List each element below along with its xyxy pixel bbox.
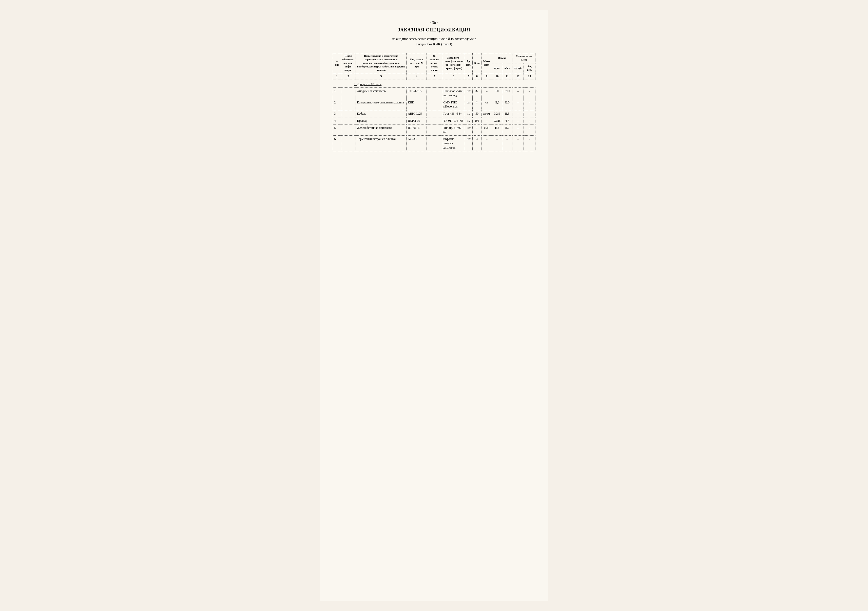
item-6-cost-unit: – — [512, 136, 524, 151]
item-5-qty: I — [473, 124, 481, 136]
item-5-unit: шт — [465, 124, 473, 136]
header-col-width: Шифр общесекц- ной клас- сифи- кации. — [341, 53, 356, 73]
item-5-type: ПТ–06–3 — [406, 124, 427, 136]
item-6-material: – — [481, 136, 492, 151]
item-1-material: – — [481, 87, 492, 99]
header-weight-total: общ. — [502, 63, 512, 73]
item-4-qty: I80 — [473, 117, 481, 124]
num-11: 11 — [502, 73, 512, 80]
table-row-5: 5. Железобетонная приставка ПТ–06–3 Тип.… — [333, 124, 535, 136]
item-3-cost-unit: – — [512, 110, 524, 117]
item-2-material: ст — [481, 99, 492, 110]
table-row-1: 1. Анодный заземлитель ЗКИ–I2КА Вильнюо-… — [333, 87, 535, 99]
num-5: 5 — [427, 73, 442, 80]
item-4-cost-unit: – — [512, 117, 524, 124]
header-col-factory: Завод изго- товит. (для импо- рт- ного о… — [442, 53, 465, 73]
num-7: 7 — [465, 73, 473, 80]
table-numbering-row: 1 2 3 4 5 6 7 8 9 10 11 12 13 — [333, 73, 535, 80]
item-4-unit: нм — [465, 117, 473, 124]
item-1-cost-total: – — [524, 87, 535, 99]
item-6-type: АС–35 — [406, 136, 427, 151]
header-weight-unit: един. — [492, 63, 502, 73]
item-3-num: 3. — [333, 110, 341, 117]
item-2-num: 2. — [333, 99, 341, 110]
table-row-3: 3. Кабель АВРГ Iх25 Гост 433–-58* нм 50 … — [333, 110, 535, 117]
item-1-posnum — [427, 87, 442, 99]
header-col-unit: Ед. нал. — [465, 53, 473, 73]
table-row-2: 2. Контрольно-измерительная колонна КИК … — [333, 99, 535, 110]
item-3-unit: нм — [465, 110, 473, 117]
item-2-cost-unit: – — [512, 99, 524, 110]
item-2-type: КИК — [406, 99, 427, 110]
item-3-qty: 50 — [473, 110, 481, 117]
item-3-posnum — [427, 110, 442, 117]
num-10: 10 — [492, 73, 502, 80]
header-cost-total: общ. руб. — [524, 63, 535, 73]
item-6-cost-total: – — [524, 136, 535, 151]
item-1-name: Анодный заземлитель — [356, 87, 406, 99]
header-cost-unit: ед. руб. — [512, 63, 524, 73]
item-6-width — [341, 136, 356, 151]
item-2-weight-total: I2,3 — [502, 99, 512, 110]
item-1-factory: Вильнюо-ский ав. нех.э-д — [442, 87, 465, 99]
header-col-cost: Стоимость по смете — [512, 53, 535, 64]
item-5-posnum — [427, 124, 442, 136]
item-2-qty: I — [473, 99, 481, 110]
item-5-factory: Тип.пр. 3–407–67 — [442, 124, 465, 136]
item-3-cost-total: – — [524, 110, 535, 117]
num-12: 12 — [512, 73, 524, 80]
header-col-type: Тип, марка, кате- лог, № черт. — [406, 53, 427, 73]
num-2: 2 — [341, 73, 356, 80]
item-4-posnum — [427, 117, 442, 124]
item-6-name: Термитный патрон со оличкой — [356, 136, 406, 151]
item-2-name: Контрольно-измерительная колонна — [356, 99, 406, 110]
item-3-width — [341, 110, 356, 117]
item-5-weight-unit: I52 — [492, 124, 502, 136]
item-1-width — [341, 87, 356, 99]
item-3-material: алюм. — [481, 110, 492, 117]
num-4: 4 — [406, 73, 427, 80]
section-header-text: I. Для ρ в = 10 ом.м — [333, 79, 535, 87]
header-col-qty: К-во — [473, 53, 481, 73]
item-3-type: АВРГ Iх25 — [406, 110, 427, 117]
item-5-width — [341, 124, 356, 136]
item-2-width — [341, 99, 356, 110]
item-2-factory: СМУ ГИС г.Подольск — [442, 99, 465, 110]
page-number: - 36 - — [333, 20, 535, 25]
item-3-weight-total: II,5 — [502, 110, 512, 117]
page-subtitle: на анодное заземление секционное с 8-ю э… — [333, 36, 535, 47]
item-6-weight-unit: – — [492, 136, 502, 151]
item-4-material: – — [481, 117, 492, 124]
item-1-weight-total: I700 — [502, 87, 512, 99]
table-header-row: № пп: Шифр общесекц- ной клас- сифи- кац… — [333, 53, 535, 64]
table-row-6: 6. Термитный патрон со оличкой АС–35 г.К… — [333, 136, 535, 151]
item-4-num: 4. — [333, 117, 341, 124]
section-header-label: I. Для ρ в = 10 ом.м — [354, 82, 381, 86]
num-13: 13 — [524, 73, 535, 80]
header-col-posnum: № позиции по тех- нолог. части — [427, 53, 442, 73]
item-4-type: ПСРП IхI — [406, 117, 427, 124]
item-4-weight-total: 4,7 — [502, 117, 512, 124]
item-2-weight-unit: I2,3 — [492, 99, 502, 110]
item-6-num: 6. — [333, 136, 341, 151]
item-1-weight-unit: 50 — [492, 87, 502, 99]
num-8: 8 — [473, 73, 481, 80]
header-col-weight: Вес, кг — [492, 53, 512, 64]
page-title: ЗАКАЗНАЯ СПЕЦИФИКАЦИЯ — [333, 27, 535, 33]
item-4-weight-unit: 0,026 — [492, 117, 502, 124]
item-5-num: 5. — [333, 124, 341, 136]
item-2-unit: шт — [465, 99, 473, 110]
item-4-name: Провод — [356, 117, 406, 124]
item-1-unit: шт — [465, 87, 473, 99]
page: - 36 - ЗАКАЗНАЯ СПЕЦИФИКАЦИЯ на анодное … — [320, 10, 548, 601]
num-1: 1 — [333, 73, 341, 80]
item-6-qty: 4 — [473, 136, 481, 151]
item-5-weight-total: I52 — [502, 124, 512, 136]
item-2-posnum — [427, 99, 442, 110]
specification-table: № пп: Шифр общесекц- ной клас- сифи- кац… — [333, 53, 535, 151]
num-3: 3 — [356, 73, 406, 80]
num-6: 6 — [442, 73, 465, 80]
item-4-factory: ТУ 017–II4–-65 — [442, 117, 465, 124]
item-5-cost-total: – — [524, 124, 535, 136]
item-5-cost-unit: – — [512, 124, 524, 136]
